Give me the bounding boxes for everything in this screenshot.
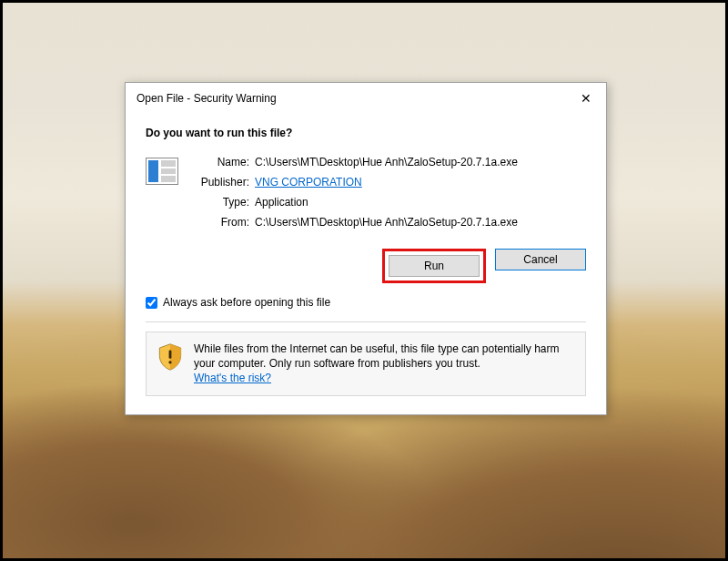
file-fields: Name: C:\Users\MT\Desktop\Hue Anh\ZaloSe… bbox=[189, 156, 518, 229]
close-icon: ✕ bbox=[581, 91, 592, 106]
type-value: Application bbox=[255, 196, 518, 209]
dialog-heading: Do you want to run this file? bbox=[146, 127, 588, 139]
from-label: From: bbox=[189, 216, 249, 229]
publisher-label: Publisher: bbox=[189, 176, 249, 189]
dialog-actions: Run Cancel bbox=[144, 249, 586, 283]
dialog-content: Do you want to run this file? Name: C:\U… bbox=[126, 112, 606, 414]
security-warning-dialog: Open File - Security Warning ✕ Do you wa… bbox=[125, 82, 607, 415]
desktop-background: Open File - Security Warning ✕ Do you wa… bbox=[3, 3, 725, 558]
close-button[interactable]: ✕ bbox=[575, 90, 597, 107]
warning-text-block: While files from the Internet can be use… bbox=[194, 342, 574, 386]
always-ask-checkbox[interactable] bbox=[146, 297, 157, 309]
from-value: C:\Users\MT\Desktop\Hue Anh\ZaloSetup-20… bbox=[255, 216, 518, 229]
titlebar: Open File - Security Warning ✕ bbox=[126, 83, 606, 112]
warning-panel: While files from the Internet can be use… bbox=[146, 332, 586, 396]
application-icon bbox=[146, 158, 178, 185]
always-ask-label: Always ask before opening this file bbox=[163, 296, 330, 309]
warning-text: While files from the Internet can be use… bbox=[194, 342, 560, 370]
name-value: C:\Users\MT\Desktop\Hue Anh\ZaloSetup-20… bbox=[255, 156, 518, 168]
always-ask-checkbox-row[interactable]: Always ask before opening this file bbox=[146, 296, 588, 309]
svg-point-0 bbox=[168, 361, 171, 363]
divider bbox=[146, 321, 586, 322]
run-button[interactable]: Run bbox=[389, 255, 480, 277]
file-info: Name: C:\Users\MT\Desktop\Hue Anh\ZaloSe… bbox=[144, 156, 588, 229]
shield-warning-icon bbox=[157, 343, 183, 371]
cancel-button[interactable]: Cancel bbox=[495, 249, 586, 270]
run-button-highlight: Run bbox=[382, 249, 486, 283]
name-label: Name: bbox=[189, 156, 249, 168]
dialog-title: Open File - Security Warning bbox=[136, 92, 277, 105]
publisher-link[interactable]: VNG CORPORATION bbox=[255, 176, 362, 189]
type-label: Type: bbox=[189, 196, 249, 209]
whats-the-risk-link[interactable]: What's the risk? bbox=[194, 372, 271, 384]
svg-rect-1 bbox=[169, 351, 172, 359]
